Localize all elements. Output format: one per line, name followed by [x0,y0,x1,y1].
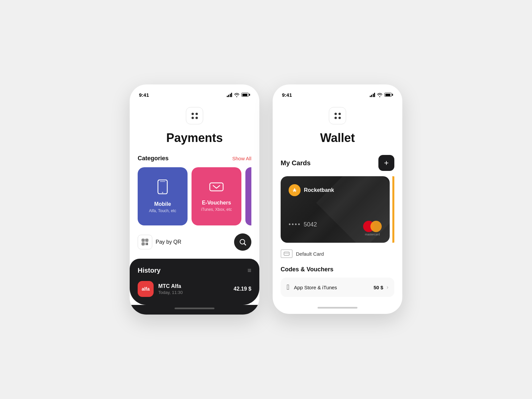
svg-rect-10 [146,243,147,244]
mastercard-label: mastercard [363,233,382,236]
voucher-item-appstore[interactable]:  App Store & iTunes 50 $ › [281,278,394,297]
wallet-phone: 9:41 [273,84,402,314]
signal-bars-icon [227,93,232,97]
wallet-battery-icon [384,93,393,97]
history-amount: 42.19 $ [234,286,251,292]
rocket-icon [292,187,298,193]
wifi-icon [234,93,239,97]
svg-point-2 [162,192,163,193]
category-evouchers[interactable]: E-Vouchers iTunes, Xbox, etc [192,167,241,225]
show-all-link[interactable]: Show All [232,156,251,161]
category-mobile-sub: Alfa, Touch, etc [149,208,176,213]
default-card-icon [281,249,293,258]
category-mobile[interactable]: Mobile Alfa, Touch, etc [138,167,188,225]
history-avatar-text: alfa [142,286,150,292]
wallet-time: 9:41 [282,92,292,98]
pay-qr-label: Pay by QR [156,239,181,245]
history-menu-icon[interactable]: ≡ [247,267,251,274]
add-card-button[interactable]: + [378,155,394,171]
codes-vouchers-title: Codes & Vouchers [281,266,394,273]
category-evouchers-sub: iTunes, Xbox, etc [201,207,232,212]
card-last4: 5042 [304,221,317,228]
payments-page-title: Payments [130,131,259,145]
wallet-status-icons [370,93,393,97]
payments-content: Categories Show All Mobile Alfa, Touch, … [130,155,259,251]
qr-icon-box [138,235,152,249]
default-card-label: Default Card [296,251,324,257]
qr-code-icon [141,238,149,246]
svg-rect-16 [284,253,289,254]
voucher-icon [209,181,224,196]
card-icon [284,252,290,256]
action-row: Pay by QR [138,233,251,251]
mastercard-logo: mastercard [363,221,382,236]
history-section: History ≡ alfa MTC Alfa Today, 11:30 42.… [130,259,259,305]
grid-icon [192,113,198,119]
wallet-home-indicator [273,300,402,314]
pay-by-qr[interactable]: Pay by QR [138,235,181,249]
card-carousel: Rocketbank •••• 5042 mastercard [281,176,394,243]
svg-rect-3 [210,183,223,191]
categories-title: Categories [138,155,169,162]
categories-row: Mobile Alfa, Touch, etc E-Vouchers iTune… [138,167,251,225]
category-evouchers-name: E-Vouchers [202,200,231,206]
svg-rect-12 [146,244,147,245]
categories-header: Categories Show All [138,155,251,162]
home-bar [175,308,214,309]
history-name: MTC Alfa [158,283,229,289]
payments-time: 9:41 [139,92,149,98]
my-cards-title: My Cards [281,159,311,167]
search-icon [239,238,246,246]
payments-logo-btn[interactable] [130,107,259,124]
my-cards-header: My Cards + [281,155,394,171]
rocketbank-logo [289,184,301,196]
search-button[interactable] [234,233,251,251]
wallet-status-bar: 9:41 [273,84,402,100]
battery-icon [241,93,250,97]
mc-orange-circle [370,221,382,232]
card-number-row: •••• 5042 [289,221,317,228]
credit-card[interactable]: Rocketbank •••• 5042 mastercard [281,176,390,243]
category-mobile-name: Mobile [154,201,171,207]
mc-circles [363,221,382,232]
voucher-name: App Store & iTunes [294,285,373,290]
svg-rect-5 [143,240,144,241]
mobile-icon [157,180,169,197]
wallet-home-bar [318,307,357,309]
svg-rect-13 [147,244,148,245]
apple-icon:  [287,283,289,292]
svg-rect-0 [158,180,167,194]
wallet-content: My Cards + [273,155,402,297]
svg-rect-7 [146,240,147,241]
wallet-grid-icon [334,113,341,119]
history-info: MTC Alfa Today, 11:30 [158,283,229,295]
wallet-wifi-icon [377,93,382,97]
svg-rect-11 [147,243,148,244]
voucher-amount: 50 $ [373,285,383,290]
logo-box[interactable] [186,107,203,124]
history-avatar: alfa [138,281,154,297]
payments-phone: 9:41 [130,84,259,315]
default-card-row[interactable]: Default Card [281,249,394,258]
card-area: Rocketbank •••• 5042 mastercard [281,176,394,243]
wallet-logo-box[interactable] [329,107,346,124]
wallet-page-title: Wallet [273,131,402,145]
history-item[interactable]: alfa MTC Alfa Today, 11:30 42.19 $ [138,281,251,297]
payments-status-icons [227,93,250,97]
home-indicator [130,305,259,315]
card-number-dots: •••• [289,221,301,228]
payments-status-bar: 9:41 [130,84,259,100]
chevron-right-icon: › [387,284,388,290]
svg-rect-1 [160,181,165,182]
category-partial [245,167,251,225]
history-title: History [138,267,161,274]
history-header: History ≡ [138,267,251,274]
svg-rect-9 [143,243,144,244]
history-date: Today, 11:30 [158,290,229,295]
wallet-logo-btn[interactable] [273,107,402,124]
wallet-signal-icon [370,93,375,97]
card-peek [392,176,394,243]
